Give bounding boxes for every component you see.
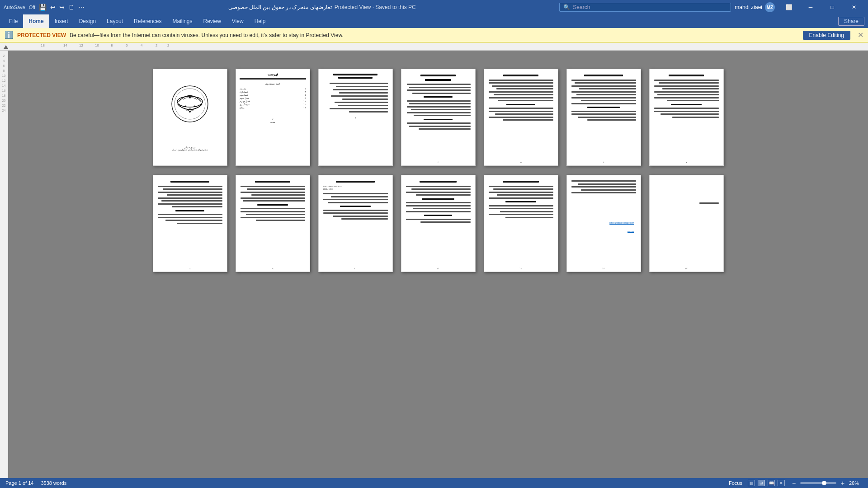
avatar[interactable]: MZ	[765, 2, 775, 12]
search-input[interactable]	[573, 4, 727, 10]
tab-insert[interactable]: Insert	[49, 14, 74, 28]
enable-editing-button[interactable]: Enable Editing	[803, 31, 850, 40]
tab-help[interactable]: Help	[249, 14, 271, 28]
search-icon: 🔍	[563, 4, 570, 10]
ruler-mark-6: 6	[126, 43, 127, 47]
sidebar-num-6: 12	[2, 79, 6, 82]
page-thumb-10[interactable]: 1260-1390 / 1881-2011 2011 / 1390	[318, 175, 393, 272]
page-thumb-3[interactable]: ۳	[318, 69, 393, 166]
line	[158, 217, 222, 218]
view-read-icon[interactable]: 📖	[768, 480, 775, 486]
sidebar-num-2: 4	[3, 59, 5, 62]
tab-mailings[interactable]: Mailings	[167, 14, 198, 28]
ruler-mark-10: 10	[95, 43, 99, 47]
line	[409, 126, 471, 127]
document-canvas[interactable]: مهدی ضیائی متعارضهای متحرک در حقوق بین ا…	[8, 51, 868, 478]
line	[331, 95, 388, 97]
page-thumb-2[interactable]: فهرست امید مصطفوی ۱مقدمه ۳فصل اول ۵فصل د…	[236, 69, 310, 166]
page-thumb-6[interactable]: ۶	[566, 69, 641, 166]
line	[341, 218, 388, 220]
page-thumb-5[interactable]: ۵	[484, 69, 558, 166]
zoom-handle[interactable]	[822, 481, 826, 485]
line	[163, 188, 222, 190]
line	[158, 214, 222, 215]
ruler-mark-12: 12	[79, 43, 83, 47]
protected-view-icon: ℹ️	[5, 31, 14, 39]
tab-design[interactable]: Design	[74, 14, 101, 28]
view-outline-icon[interactable]: ≡	[778, 480, 785, 486]
zoom-minus-button[interactable]: −	[790, 479, 797, 487]
more-icon[interactable]: 🗋	[68, 4, 75, 11]
line	[498, 100, 553, 101]
ruler-indicator	[4, 45, 8, 49]
page-12-content: ۱۲	[484, 175, 558, 272]
page-thumb-11[interactable]: ۱۱	[401, 175, 476, 272]
line	[667, 100, 718, 101]
line	[323, 193, 388, 194]
page-thumb-14[interactable]: ۱۴	[649, 175, 724, 272]
tab-home[interactable]: Home	[23, 14, 49, 28]
line	[672, 117, 719, 118]
status-left: Page 1 of 14 3538 words	[5, 480, 66, 486]
page-thumb-7[interactable]: ۷	[649, 69, 724, 166]
line	[406, 192, 471, 193]
line	[330, 83, 388, 84]
tab-file[interactable]: File	[4, 14, 23, 28]
line	[489, 97, 553, 99]
page-thumb-13[interactable]: http://arbitrage-illegale.com com.org ۱۳	[566, 175, 641, 272]
line	[406, 205, 471, 206]
section	[505, 201, 536, 202]
toc-title: فهرست	[240, 73, 306, 76]
line	[489, 80, 553, 81]
line	[571, 85, 636, 87]
tab-layout[interactable]: Layout	[101, 14, 128, 28]
line	[571, 80, 636, 81]
save-icon[interactable]: 💾	[39, 4, 47, 11]
svg-point-3	[189, 96, 191, 98]
close-banner-icon[interactable]: ✕	[858, 31, 863, 39]
title-bar-center: تعارضهای متحرک در حقوق بین الملل خصوصی P…	[228, 4, 416, 10]
line	[406, 211, 471, 212]
svg-point-6	[189, 111, 191, 113]
line	[581, 100, 636, 101]
tab-review[interactable]: Review	[198, 14, 226, 28]
line	[411, 109, 471, 110]
user-info: mahdi ziaei MZ	[735, 2, 775, 12]
options-icon[interactable]: ⋯	[78, 4, 85, 11]
section2	[424, 215, 453, 216]
line	[407, 106, 470, 108]
line	[241, 186, 305, 187]
view-web-icon[interactable]: ⊞	[758, 480, 765, 486]
line	[241, 197, 305, 199]
page-thumb-1[interactable]: مهدی ضیائی متعارضهای متحرک در حقوق بین ا…	[153, 69, 227, 166]
line	[339, 92, 387, 94]
line	[177, 223, 222, 224]
zoom-slider[interactable]	[800, 482, 836, 484]
page-7-content: ۷	[650, 69, 723, 165]
page-thumb-9[interactable]: ۹	[236, 175, 310, 272]
page-thumb-4[interactable]: ۴	[401, 69, 476, 166]
view-print-icon[interactable]: ▤	[748, 480, 755, 486]
ribbon-display-icon[interactable]: ⬜	[778, 0, 799, 14]
minimize-button[interactable]: ─	[800, 0, 821, 14]
focus-label[interactable]: Focus	[729, 480, 742, 486]
search-bar[interactable]: 🔍	[559, 3, 731, 12]
line	[241, 208, 305, 209]
line	[342, 99, 387, 100]
page-thumb-8[interactable]: ۸	[153, 175, 227, 272]
line	[323, 199, 388, 200]
sidebar-num-8: 16	[2, 89, 6, 92]
svg-point-0	[172, 86, 208, 122]
page-thumb-12[interactable]: ۱۲	[484, 175, 558, 272]
line	[158, 192, 222, 193]
maximize-button[interactable]: □	[822, 0, 843, 14]
tab-view[interactable]: View	[226, 14, 249, 28]
ruler-mark-4: 4	[141, 43, 142, 47]
zoom-plus-button[interactable]: +	[839, 479, 846, 487]
redo-icon[interactable]: ↪	[59, 4, 65, 11]
undo-icon[interactable]: ↩	[50, 4, 56, 11]
tab-references[interactable]: References	[128, 14, 167, 28]
share-button[interactable]: Share	[838, 17, 864, 26]
line	[406, 186, 471, 187]
close-button[interactable]: ✕	[844, 0, 864, 14]
